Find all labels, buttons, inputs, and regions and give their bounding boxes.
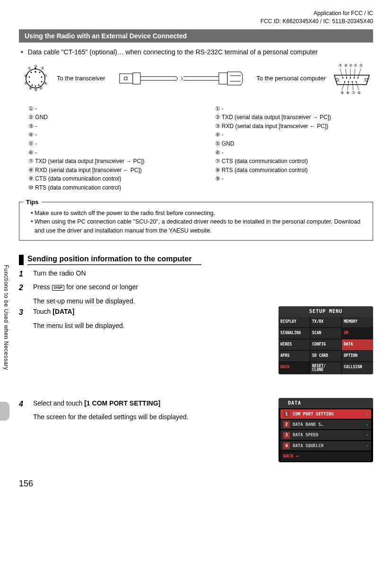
- header-application-info: Application for FCC / IC FCC ID: K662034…: [19, 9, 373, 26]
- menu-cell-data[interactable]: DATA: [342, 339, 373, 350]
- step-4-body: Select and touch [1 COM PORT SETTING]: [33, 398, 269, 410]
- svg-point-6: [39, 71, 41, 73]
- subsection-title-text: Sending position information to the comp…: [27, 255, 201, 265]
- steps-list: 1 Turn the radio ON 2 Press DISP for one…: [19, 268, 373, 476]
- menu-cell-sdcard[interactable]: SD CARD: [310, 351, 341, 362]
- svg-point-12: [29, 81, 30, 82]
- tips-box: Tips Make sure to switch off the power t…: [19, 202, 373, 241]
- menu-cell-callsign[interactable]: CALLSIGN: [342, 362, 373, 374]
- menu-cell-memory[interactable]: MEMORY: [342, 317, 373, 328]
- tip-item-2: When using the PC connection cable "SCU-…: [35, 217, 366, 235]
- svg-text:⑨: ⑨: [34, 88, 37, 92]
- to-pc-label: To the personal computer: [256, 75, 326, 82]
- svg-text:②: ②: [354, 63, 357, 68]
- data-menu-back[interactable]: BACK ↩: [280, 451, 371, 461]
- page-number: 156: [19, 479, 33, 489]
- svg-text:⑦: ⑦: [44, 74, 47, 78]
- menu-cell-back[interactable]: BACK: [279, 362, 310, 374]
- data-menu-row[interactable]: 1COM PORT SETTING›: [280, 409, 371, 419]
- svg-point-10: [41, 76, 43, 78]
- intro-bullet: Data cable "CT-165" (optional)… when con…: [19, 47, 373, 57]
- svg-text:⑥: ⑥: [357, 91, 361, 95]
- menu-cell-signaling[interactable]: SIGNALING: [279, 328, 310, 339]
- svg-text:②: ②: [34, 64, 37, 69]
- data-menu-row[interactable]: 4DATA SQUELCH›: [280, 441, 371, 450]
- step-2-body: Press DISP for one second or longer: [33, 282, 373, 294]
- cable-body-diagram: [110, 69, 252, 88]
- side-tab-thumb: [0, 402, 9, 421]
- data-menu-list: 1COM PORT SETTING›2DATA BAND S…›3DATA SP…: [279, 409, 373, 461]
- svg-text:①: ①: [28, 66, 31, 70]
- pin-list-right: ① - ② TXD (serial data output [transceiv…: [215, 104, 374, 192]
- data-menu-row[interactable]: 3DATA SPEED›: [280, 430, 371, 440]
- svg-text:③: ③: [41, 66, 44, 70]
- svg-text:④: ④: [344, 63, 348, 68]
- svg-point-2: [31, 71, 32, 73]
- menu-cell-display[interactable]: DISPLAY: [279, 317, 310, 328]
- step-1-body: Turn the radio ON: [33, 268, 373, 280]
- step-number: 3: [19, 306, 27, 319]
- menu-cell-reset-clone[interactable]: RESET/ CLONE: [310, 362, 341, 374]
- to-transceiver-label: To the transceiver: [57, 75, 105, 82]
- svg-text:⑥: ⑥: [44, 81, 47, 86]
- svg-text:⑩: ⑩: [39, 86, 43, 90]
- header-line1: Application for FCC / IC: [19, 9, 373, 17]
- menu-cell-txrx[interactable]: TX/RX: [310, 317, 341, 328]
- pin-definition-lists: ① - ② GND ③ - ④ - ⑤ - ⑥ - ⑦ TXD (serial …: [28, 104, 373, 192]
- step-number: 1: [19, 268, 27, 280]
- step-number: 2: [19, 282, 27, 294]
- svg-text:①: ①: [359, 63, 363, 68]
- menu-cell-wires[interactable]: WIRES: [279, 339, 310, 350]
- svg-point-8: [29, 76, 30, 78]
- pin-list-left: ① - ② GND ③ - ④ - ⑤ - ⑥ - ⑦ TXD (serial …: [28, 104, 187, 192]
- pc-connector-diagram: ⑤④③②① ⑨⑧⑦⑥: [331, 62, 373, 95]
- svg-text:⑤: ⑤: [24, 81, 27, 86]
- svg-text:③: ③: [349, 63, 352, 68]
- svg-text:⑤: ⑤: [339, 63, 342, 68]
- side-tab-label: Functions to be Used when Necessary: [3, 265, 9, 397]
- svg-point-4: [35, 71, 36, 73]
- svg-point-14: [41, 81, 43, 82]
- svg-text:⑦: ⑦: [352, 91, 355, 95]
- svg-text:⑧: ⑧: [346, 91, 349, 95]
- data-menu-title: DATA: [279, 398, 373, 408]
- menu-cell-option[interactable]: OPTION: [342, 351, 373, 362]
- setup-menu-title: SETUP MENU: [279, 306, 373, 317]
- svg-text:⑨: ⑨: [340, 91, 344, 95]
- menu-cell-gm[interactable]: GM: [342, 328, 373, 339]
- menu-cell-config[interactable]: CONFIG: [310, 339, 341, 350]
- cable-diagram-row: ① ② ③ ④ ⑦ ⑤ ⑥ ⑧ ⑨ ⑩ To the transceiver T…: [19, 62, 373, 95]
- step-number: 4: [19, 398, 27, 410]
- tips-label: Tips: [23, 198, 42, 207]
- data-menu-screen: DATA 1COM PORT SETTING›2DATA BAND S…›3DA…: [279, 398, 373, 462]
- svg-point-18: [35, 85, 36, 86]
- data-menu-row[interactable]: 2DATA BAND S…›: [280, 420, 371, 429]
- svg-rect-22: [119, 74, 132, 83]
- svg-text:⑧: ⑧: [29, 86, 32, 90]
- section-title-bar: Using the Radio with an External Device …: [19, 29, 373, 43]
- svg-text:④: ④: [24, 74, 27, 78]
- svg-rect-29: [218, 73, 227, 84]
- tip-item-1: Make sure to switch off the power to the…: [35, 209, 366, 218]
- setup-menu-screen: SETUP MENU DISPLAY TX/RX MEMORY SIGNALIN…: [279, 306, 373, 374]
- subsection-black-bar: [19, 255, 24, 265]
- menu-cell-scan[interactable]: SCAN: [310, 328, 341, 339]
- svg-rect-23: [132, 73, 140, 84]
- header-line2: FCC ID: K6620345X40 / IC: 511B-20345X40: [19, 17, 373, 26]
- disp-key-icon: DISP: [52, 285, 65, 291]
- step-2-sub: The set-up menu will be displayed.: [33, 296, 373, 306]
- step-3-body: Touch [DATA]: [33, 306, 269, 319]
- subsection-title-row: Sending position information to the comp…: [19, 255, 373, 265]
- transceiver-connector-diagram: ① ② ③ ④ ⑦ ⑤ ⑥ ⑧ ⑨ ⑩: [19, 62, 52, 95]
- menu-cell-aprs[interactable]: APRS: [279, 351, 310, 362]
